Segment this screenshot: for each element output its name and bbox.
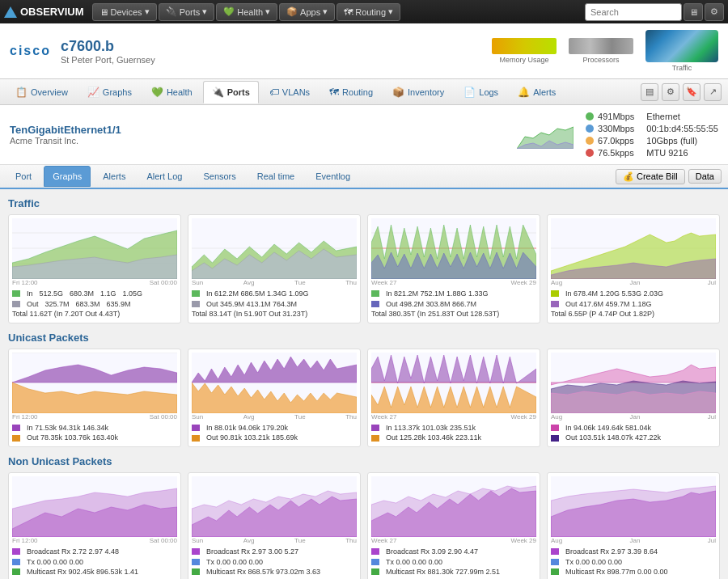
- apps-label: Apps: [300, 7, 320, 17]
- unicast-chart-2-area: [192, 353, 357, 413]
- tab-inventory[interactable]: 📦 Inventory: [383, 81, 453, 104]
- non-unicast-chart-1-stats: Broadcast Rx 2.72 2.97 4.48 Tx 0.00 0.00…: [12, 547, 177, 579]
- tab-alerts[interactable]: 🔔 Alerts: [509, 81, 565, 104]
- non-unicast-charts-row: Fri 12:00 Sat 00:00 Broadcast Rx 2.72 2.…: [8, 472, 720, 579]
- tab-health[interactable]: 💚 Health: [142, 81, 201, 104]
- mc-rx-1: [12, 568, 20, 575]
- subtab-realtime[interactable]: Real time: [248, 166, 303, 187]
- tab-ports-label: Ports: [227, 87, 250, 97]
- in-color-4: [551, 290, 559, 297]
- unicast-in-2: [192, 425, 200, 431]
- port-duplex: 10Gbps (full): [646, 136, 718, 146]
- data-label: Data: [696, 171, 714, 181]
- non-unicast-chart-3: Week 27 Week 29 Broadcast Rx 3.09 2.90 4…: [367, 472, 540, 579]
- port-speeds: 491Mbps 330Mbps 67.0kpps 76.5kpps: [586, 112, 634, 158]
- ports-icon: 🔌: [166, 6, 177, 17]
- unicast-chart-1-area: [12, 353, 177, 413]
- traffic-label: Traffic: [672, 64, 692, 72]
- logo-text: OBSERVIUM: [20, 6, 84, 18]
- bc-tx-2: [192, 559, 200, 565]
- tab-logs[interactable]: 📄 Logs: [455, 81, 507, 104]
- graphs-tab-icon: 📈: [87, 87, 99, 98]
- processors-bar: [569, 38, 633, 54]
- speed-out-val: 330Mbps: [598, 124, 634, 133]
- unicast-chart-4-area: [551, 353, 716, 413]
- non-unicast-chart-3-stats: Broadcast Rx 3.09 2.90 4.47 Tx 0.00 0.00…: [371, 547, 536, 579]
- non-unicast-chart-2: Sun Avg Tue Thu Broadcast Rx 2.97 3.00 5…: [188, 472, 361, 579]
- non-unicast-chart-4: Aug Jan Jul Broadcast Rx 2.97 3.39 8.64 …: [547, 472, 720, 579]
- share-btn[interactable]: ↗: [704, 83, 722, 101]
- mc-rx-3: [371, 568, 379, 575]
- inventory-tab-icon: 📦: [392, 87, 404, 98]
- create-bill-button[interactable]: 💰 Create Bill: [616, 169, 685, 184]
- speed-pps-in: 67.0kpps: [586, 136, 634, 146]
- search-input[interactable]: [585, 3, 682, 21]
- non-unicast-title: Non Unicast Packets: [8, 455, 720, 467]
- routing-nav-btn[interactable]: 🗺 Routing ▾: [336, 3, 400, 21]
- non-unicast-chart-4-stats: Broadcast Rx 2.97 3.39 8.64 Tx 0.00 0.00…: [551, 547, 716, 579]
- tab-routing[interactable]: 🗺 Routing: [320, 81, 382, 104]
- routing-tab-icon: 🗺: [329, 87, 339, 98]
- unicast-title: Unicast Packets: [8, 332, 720, 344]
- grid-view-btn[interactable]: ▤: [641, 83, 658, 101]
- bookmark-btn[interactable]: 🔖: [683, 83, 700, 101]
- non-unicast-svg-2: [192, 476, 357, 537]
- processors-label: Processors: [582, 56, 619, 64]
- out-color-1: [12, 301, 20, 307]
- speed-pps-in-dot: [586, 137, 594, 145]
- non-unicast-chart-4-axis: Aug Jan Jul: [551, 537, 716, 544]
- subtab-sensors[interactable]: Sensors: [194, 166, 244, 187]
- bc-tx-4: [551, 559, 559, 565]
- traffic-chart-4-stats: In 678.4M 1.20G 5.53G 2.03G Out 417.6M 4…: [551, 289, 716, 319]
- speed-pps-out: 76.5kpps: [586, 148, 634, 158]
- ports-nav-btn[interactable]: 🔌 Ports ▾: [159, 3, 215, 21]
- tab-ports[interactable]: 🔌 Ports: [203, 81, 259, 104]
- devices-nav-btn[interactable]: 🖥 Devices ▾: [92, 3, 157, 21]
- bc-tx-3: [371, 559, 379, 565]
- subtab-graphs[interactable]: Graphs: [44, 166, 91, 187]
- traffic-chart-2-area: [192, 218, 357, 279]
- tab-overview[interactable]: 📋 Overview: [6, 81, 77, 104]
- tab-routing-label: Routing: [342, 87, 373, 97]
- logs-tab-icon: 📄: [463, 87, 476, 98]
- traffic-mini-graph: Traffic: [645, 30, 718, 72]
- traffic-charts-row: Fri 12:00 Sat 00:00 In 512.5G 680.3M 1.1…: [8, 214, 720, 323]
- speed-pps-out-val: 76.5kpps: [598, 148, 634, 158]
- port-name[interactable]: TenGigabitEthernet1/1: [10, 124, 505, 136]
- device-name[interactable]: c7600.b: [61, 38, 482, 55]
- port-mac: 00:1b:d4:55:55:55: [646, 124, 718, 133]
- out-color-4: [551, 301, 559, 307]
- subtab-eventlog[interactable]: Eventlog: [307, 166, 359, 187]
- routing-icon: 🗺: [344, 7, 353, 17]
- page-tab-icons: ▤ ⚙ 🔖 ↗: [641, 83, 722, 101]
- speed-in-dot: [586, 112, 594, 120]
- out-color-2: [192, 301, 200, 307]
- subtab-port[interactable]: Port: [6, 166, 40, 187]
- monitor-icon-btn[interactable]: 🖥: [684, 3, 703, 21]
- subtab-alerts[interactable]: Alerts: [94, 166, 134, 187]
- devices-label: Devices: [111, 7, 142, 17]
- non-unicast-chart-1-area: [12, 476, 177, 537]
- health-nav-btn[interactable]: 💚 Health ▾: [216, 3, 277, 21]
- speed-out-dot: [586, 125, 594, 133]
- create-bill-label: Create Bill: [637, 171, 678, 181]
- non-unicast-chart-2-axis: Sun Avg Tue Thu: [192, 537, 357, 544]
- sub-tabs: Port Graphs Alerts Alert Log Sensors Rea…: [0, 165, 728, 189]
- settings-tab-btn[interactable]: ⚙: [662, 83, 679, 101]
- traffic-chart-2: Sun Avg Tue Thu In 612.2M 686.5M 1.34G 1…: [188, 214, 361, 323]
- tab-graphs[interactable]: 📈 Graphs: [78, 81, 141, 104]
- bc-rx-4: [551, 548, 559, 555]
- speed-out: 330Mbps: [586, 124, 634, 133]
- settings-icon-btn[interactable]: ⚙: [705, 3, 724, 21]
- port-mini-chart: [517, 120, 574, 149]
- apps-nav-btn[interactable]: 📦 Apps ▾: [279, 3, 335, 21]
- subtab-alertlog[interactable]: Alert Log: [138, 166, 191, 187]
- unicast-chart-4-axis: Aug Jan Jul: [551, 413, 716, 421]
- port-device: Acme Transit Inc.: [10, 136, 505, 146]
- ports-label: Ports: [180, 7, 201, 17]
- non-unicast-chart-3-area: [371, 476, 536, 537]
- unicast-in-3: [371, 425, 379, 431]
- data-button[interactable]: Data: [688, 169, 722, 184]
- unicast-chart-4: Aug Jan Jul In 94.06k 149.64k 581.04k Ou…: [547, 349, 720, 447]
- tab-vlans[interactable]: 🏷 VLANs: [260, 81, 319, 104]
